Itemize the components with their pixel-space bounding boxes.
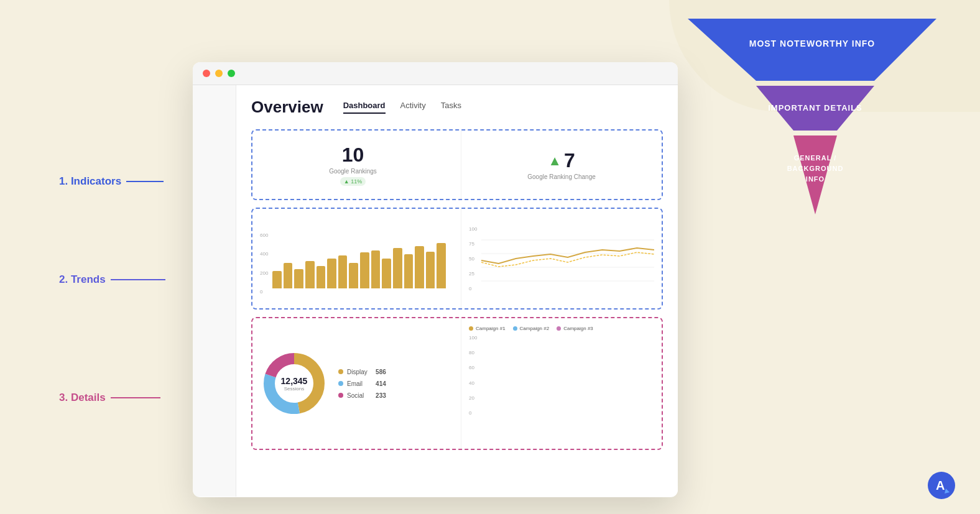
indicator-badge-rankings: ▲ 11% xyxy=(340,177,366,186)
legend-dot-display xyxy=(338,369,343,374)
trends-section: 600 400 200 0 xyxy=(251,208,663,310)
bar-chart-y-axis: 600 400 200 0 xyxy=(260,232,268,295)
funnel-bottom-text-1: GENERAL / xyxy=(794,154,837,162)
bar-6 xyxy=(327,259,336,288)
traffic-light-yellow[interactable] xyxy=(215,70,223,77)
donut-center-value: 12,345 xyxy=(281,376,308,386)
legend-dot-social xyxy=(338,393,343,398)
trends-annotation: 2. Trends xyxy=(59,273,165,286)
legend-campaign2: Campaign #2 xyxy=(513,326,550,331)
donut-center-label: Sessions xyxy=(281,386,308,392)
bar-5 xyxy=(317,266,326,288)
tab-activity[interactable]: Activity xyxy=(400,101,426,114)
funnel-top-text: MOST NOTEWORTHY INFO xyxy=(749,39,876,48)
details-section: 12,345 Sessions Display 586 xyxy=(251,317,663,450)
indicator-card-change: ▲ 7 Google Ranking Change xyxy=(461,131,662,199)
line-chart-y-axis: 100 75 50 25 0 xyxy=(469,226,477,291)
bar-chart-bars xyxy=(272,232,446,288)
grouped-bar-card: Campaign #1 Campaign #2 Campaign #3 xyxy=(461,318,662,449)
arrow-up-icon: ▲ xyxy=(548,153,562,169)
funnel-bottom-text-3: INFO xyxy=(806,175,825,183)
line-chart-svg xyxy=(481,226,654,295)
grouped-bar-y-axis: 100 80 60 40 20 0 xyxy=(469,335,477,416)
bar-1 xyxy=(272,271,282,288)
bar-13 xyxy=(404,254,414,289)
bar-16 xyxy=(437,243,446,288)
ly-25: 25 xyxy=(469,271,477,277)
svg-text:A: A xyxy=(936,479,945,492)
legend-dot-email xyxy=(338,381,343,386)
details-line xyxy=(111,397,160,398)
details-label: 3. Details xyxy=(59,392,106,404)
bar-10 xyxy=(371,250,381,288)
indicator-value-change: ▲ 7 xyxy=(548,149,575,172)
legend-name-social: Social xyxy=(347,392,364,399)
funnel-svg: MOST NOTEWORTHY INFO IMPORTANT DETAILS G… xyxy=(682,12,943,218)
ly-50: 50 xyxy=(469,256,477,262)
brand-logo-svg: A xyxy=(933,477,950,493)
y-label-400: 400 xyxy=(260,251,268,257)
bar-8 xyxy=(349,263,358,288)
y-label-200: 200 xyxy=(260,270,268,276)
legend-circle-c2 xyxy=(513,326,517,331)
nav-tabs: Dashboard Activity Tasks xyxy=(343,101,461,114)
legend-campaign3: Campaign #3 xyxy=(557,326,593,331)
y-label-600: 600 xyxy=(260,232,268,238)
legend-value-email: 414 xyxy=(371,380,386,387)
trends-line xyxy=(111,279,165,280)
traffic-light-green[interactable] xyxy=(228,70,235,77)
indicator-label-rankings: Google Rankings xyxy=(329,168,377,175)
dashboard-grid: 10 Google Rankings ▲ 11% ▲ 7 Google Rank… xyxy=(251,129,663,450)
donut-card: 12,345 Sessions Display 586 xyxy=(252,318,453,449)
indicator-label-change: Google Ranking Change xyxy=(527,173,596,180)
donut-chart-container: 12,345 Sessions xyxy=(260,349,328,418)
indicator-annotation: 1. Indicators xyxy=(59,175,164,188)
funnel-middle-text: IMPORTANT DETAILS xyxy=(768,103,862,112)
bar-3 xyxy=(294,269,303,288)
legend-name-display: Display xyxy=(347,369,368,375)
legend-campaign1: Campaign #1 xyxy=(469,326,506,331)
trends-row: 600 400 200 0 xyxy=(252,209,662,308)
indicator-value-rankings: 10 xyxy=(342,144,364,167)
ly-0: 0 xyxy=(469,286,477,291)
bar-4 xyxy=(305,261,315,288)
ly-75: 75 xyxy=(469,241,477,247)
details-annotation: 3. Details xyxy=(59,392,160,404)
bar-chart-card: 600 400 200 0 xyxy=(252,209,453,308)
gby-20: 20 xyxy=(469,395,477,401)
main-content: Overview Dashboard Activity Tasks 10 Goo… xyxy=(236,85,678,497)
gby-40: 40 xyxy=(469,380,477,386)
y-label-0: 0 xyxy=(260,289,268,295)
funnel-top xyxy=(688,19,936,81)
bar-9 xyxy=(360,252,369,288)
bar-12 xyxy=(393,248,402,288)
legend-name-email: Email xyxy=(347,380,363,387)
ly-100: 100 xyxy=(469,226,477,232)
bar-14 xyxy=(415,246,424,288)
legend-value-social: 233 xyxy=(371,392,386,399)
gby-0: 0 xyxy=(469,410,477,416)
legend-value-display: 586 xyxy=(371,369,386,375)
app-header: Overview Dashboard Activity Tasks xyxy=(251,98,663,117)
legend-social: Social 233 xyxy=(338,392,386,399)
tab-tasks[interactable]: Tasks xyxy=(441,101,461,114)
indicators-section: 10 Google Rankings ▲ 11% ▲ 7 Google Rank… xyxy=(251,129,663,200)
legend-label-c3: Campaign #3 xyxy=(563,326,593,331)
browser-window: Overview Dashboard Activity Tasks 10 Goo… xyxy=(193,62,678,497)
line-chart: 100 75 50 25 0 xyxy=(469,226,654,301)
grouped-bar-chart xyxy=(479,335,525,416)
grouped-bar-area: 100 80 60 40 20 0 xyxy=(469,335,654,431)
legend-display: Display 586 xyxy=(338,369,386,375)
line-chart-card: 100 75 50 25 0 xyxy=(461,209,662,308)
donut-legend: Display 586 Email 414 xyxy=(338,369,386,399)
legend-circle-c3 xyxy=(557,326,561,331)
legend-circle-c1 xyxy=(469,326,473,331)
brand-logo: A xyxy=(928,472,955,499)
grouped-bar-legend: Campaign #1 Campaign #2 Campaign #3 xyxy=(469,326,654,331)
browser-titlebar xyxy=(193,62,678,85)
legend-label-c1: Campaign #1 xyxy=(476,326,506,331)
tab-dashboard[interactable]: Dashboard xyxy=(343,101,386,114)
gby-60: 60 xyxy=(469,365,477,370)
traffic-light-red[interactable] xyxy=(203,70,210,77)
app-title: Overview xyxy=(251,98,323,117)
